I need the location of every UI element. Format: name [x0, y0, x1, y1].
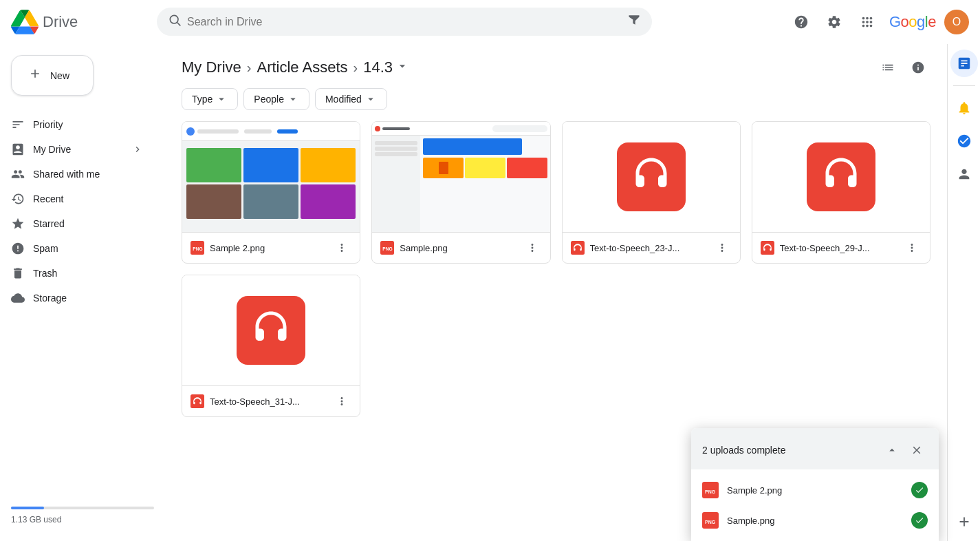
audio-icon-box-tts23 [617, 142, 686, 211]
audio-file-icon-tts23 [571, 241, 585, 255]
sidebar-item-recent[interactable]: Recent [0, 187, 154, 211]
file-name-tts31: Text-to-Speech_31-J... [210, 396, 300, 407]
new-button[interactable]: New [11, 55, 94, 96]
file-info-left: Text-to-Speech_23-J... [571, 241, 680, 255]
sidebar-item-spam[interactable]: Spam [0, 236, 154, 261]
file-thumbnail-tts23 [563, 122, 740, 232]
logo-area: Drive [11, 8, 149, 36]
sidebar-item-shared[interactable]: Shared with me [0, 162, 154, 187]
settings-button[interactable] [820, 8, 848, 36]
search-bar[interactable] [157, 8, 652, 36]
svg-line-1 [177, 23, 181, 26]
sidebar-item-label: Starred [33, 218, 65, 229]
breadcrumb-sep-1: › [247, 60, 252, 76]
storage-info: 1.13 GB used [0, 490, 165, 535]
file-card-sample2[interactable]: PNG Sample 2.png [182, 121, 360, 264]
svg-rect-8 [190, 394, 204, 408]
upload-notification: 2 uploads complete PNG Sample 2.png [691, 428, 939, 541]
search-input[interactable] [187, 16, 622, 28]
breadcrumb-sep-2: › [353, 60, 358, 76]
right-panel-add-icon[interactable] [950, 508, 978, 535]
spam-icon [11, 242, 25, 255]
upload-header: 2 uploads complete [691, 428, 939, 469]
storage-used-text: 1.13 GB used [11, 515, 61, 524]
file-thumbnail-tts31 [182, 275, 360, 385]
audio-file-icon-tts31 [190, 394, 204, 408]
topbar-right: Google O [787, 8, 969, 36]
avatar[interactable]: O [944, 10, 969, 34]
file-info-left: PNG Sample 2.png [190, 241, 265, 255]
search-icon [168, 13, 182, 30]
sidebar-item-priority[interactable]: Priority [0, 112, 154, 137]
topbar: Drive [0, 0, 980, 44]
svg-point-0 [170, 15, 178, 23]
png-file-icon: PNG [190, 241, 204, 255]
file-thumbnail-sample2 [182, 122, 360, 232]
sidebar-item-label: Priority [33, 119, 63, 130]
google-logo: Google [889, 13, 936, 31]
file-more-btn-tts29[interactable] [902, 238, 922, 257]
breadcrumb-article-assets[interactable]: Article Assets [257, 59, 347, 76]
file-info-left: Text-to-Speech_31-J... [190, 394, 300, 408]
headphone-svg-tts29 [820, 156, 862, 198]
info-button[interactable] [906, 55, 930, 80]
breadcrumb: My Drive › Article Assets › 14.3 [182, 44, 930, 88]
breadcrumb-dropdown-icon[interactable] [395, 59, 409, 76]
file-card-tts29[interactable]: Text-to-Speech_29-J... [752, 121, 930, 264]
right-panel-sheets-icon[interactable] [950, 50, 978, 77]
help-button[interactable] [787, 8, 815, 36]
breadcrumb-current: 14.3 [363, 59, 409, 76]
file-name-tts29: Text-to-Speech_29-J... [780, 243, 870, 253]
priority-icon [11, 118, 25, 131]
right-panel-tasks-icon[interactable] [950, 127, 978, 155]
filter-people-label: People [254, 94, 284, 105]
sidebar-item-my-drive[interactable]: My Drive [0, 137, 154, 162]
apps-button[interactable] [853, 8, 881, 36]
file-info-left: PNG Sample.png [380, 241, 447, 255]
upload-item-sample2: PNG Sample 2.png [691, 475, 939, 505]
png-file-icon-2: PNG [380, 241, 394, 255]
sidebar: New Priority My Drive [0, 44, 165, 541]
file-info-left: Text-to-Speech_29-J... [761, 241, 870, 255]
upload-item-sample: PNG Sample.png [691, 505, 939, 535]
breadcrumb-actions [875, 55, 930, 80]
right-panel-contacts-icon[interactable] [950, 160, 978, 188]
file-info-sample2: PNG Sample 2.png [182, 232, 360, 263]
audio-file-icon-tts29 [761, 241, 774, 255]
file-thumbnail-tts29 [752, 122, 930, 232]
svg-text:PNG: PNG [705, 520, 716, 524]
file-more-btn-sample[interactable] [523, 238, 542, 257]
breadcrumb-my-drive[interactable]: My Drive [182, 59, 241, 76]
file-more-btn-sample2[interactable] [332, 238, 351, 257]
file-more-btn-tts31[interactable] [332, 392, 351, 411]
list-view-button[interactable] [875, 55, 900, 80]
file-card-tts31[interactable]: Text-to-Speech_31-J... [182, 275, 360, 417]
headphone-svg-tts31 [250, 310, 292, 351]
my-drive-icon [11, 142, 25, 156]
right-panel-notifications-icon[interactable] [950, 94, 978, 122]
headphone-svg-tts23 [631, 156, 672, 198]
panel-divider [953, 85, 975, 86]
upload-title: 2 uploads complete [702, 445, 785, 456]
sidebar-item-storage[interactable]: Storage [0, 286, 154, 310]
upload-items: PNG Sample 2.png PNG Sample.png [691, 469, 939, 541]
upload-collapse-button[interactable] [881, 439, 903, 461]
starred-icon [11, 217, 25, 231]
sidebar-item-starred[interactable]: Starred [0, 211, 154, 236]
upload-close-button[interactable] [906, 439, 928, 461]
file-more-btn-tts23[interactable] [712, 238, 732, 257]
search-filter-icon[interactable] [627, 13, 641, 30]
file-info-tts31: Text-to-Speech_31-J... [182, 385, 360, 416]
filter-type[interactable]: Type [182, 88, 238, 110]
upload-file-name-sample2: Sample 2.png [727, 485, 782, 496]
upload-item-icon-sample2: PNG [702, 482, 719, 498]
filter-modified-label: Modified [325, 94, 362, 105]
audio-icon-box-tts31 [237, 296, 305, 365]
filter-modified[interactable]: Modified [315, 88, 387, 110]
filter-people[interactable]: People [243, 88, 309, 110]
upload-item-left: PNG Sample 2.png [702, 482, 903, 498]
sidebar-item-label: Trash [33, 268, 57, 279]
sidebar-item-trash[interactable]: Trash [0, 261, 154, 286]
file-card-tts23[interactable]: Text-to-Speech_23-J... [562, 121, 741, 264]
file-card-sample[interactable]: PNG Sample.png [371, 121, 550, 264]
